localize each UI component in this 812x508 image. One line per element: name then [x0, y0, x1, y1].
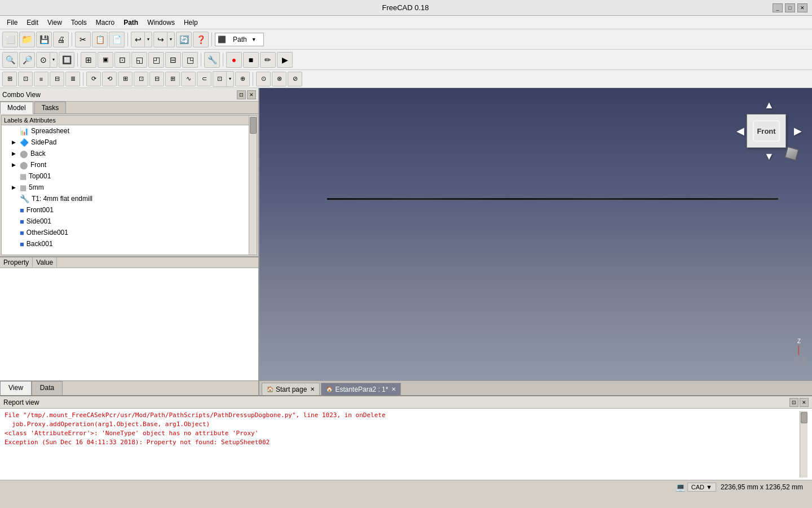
view-right-button[interactable]: ◱ — [131, 52, 147, 68]
tree-item-side001[interactable]: ■ Side001 — [2, 216, 249, 227]
tab-model[interactable]: Model — [0, 102, 33, 114]
path-tool5[interactable]: ≣ — [65, 72, 80, 86]
menu-help[interactable]: Help — [179, 17, 202, 28]
macro-record-button[interactable]: ● — [226, 52, 242, 68]
tree-item-back[interactable]: ▶ ⬤ Back — [2, 148, 249, 159]
tree-scrollbar[interactable] — [249, 116, 257, 255]
path-op-arrow[interactable]: ▾ — [227, 71, 233, 87]
menu-windows[interactable]: Windows — [143, 17, 179, 28]
tree-item-otherside001[interactable]: ■ OtherSide001 — [2, 227, 249, 238]
cut-button[interactable]: ✂ — [75, 32, 91, 47]
workbench-dropdown[interactable]: ⬛ Path ▼ — [215, 33, 264, 46]
viewport[interactable]: ▲ ◀ ▶ ▼ Front Z | Y X — [259, 88, 812, 380]
tree-item-top001[interactable]: ▦ Top001 — [2, 170, 249, 182]
copy-button[interactable]: 📋 — [92, 32, 108, 47]
open-button[interactable]: 📁 — [19, 32, 35, 47]
path-op8[interactable]: ⊂ — [197, 72, 211, 86]
help-button[interactable]: ❓ — [193, 32, 209, 47]
save-button[interactable]: 💾 — [36, 32, 52, 47]
path-mod3[interactable]: ⊘ — [288, 72, 302, 86]
path-op5[interactable]: ⊟ — [149, 72, 164, 86]
report-close-btn[interactable]: ✕ — [800, 398, 809, 407]
view-left-button[interactable]: ◳ — [182, 52, 198, 68]
doc-tab-startpage-close[interactable]: ✕ — [310, 386, 315, 392]
path-tool1[interactable]: ⊞ — [2, 72, 17, 86]
nav-cube-face[interactable]: Front — [747, 114, 786, 148]
redo-arrow[interactable]: ▾ — [167, 32, 174, 47]
tree-item-front001[interactable]: ■ Front001 — [2, 204, 249, 216]
tree-item-sidepad[interactable]: ▶ 🔷 SidePad — [2, 137, 249, 148]
macro-stop-button[interactable]: ■ — [243, 52, 259, 68]
combo-buttons[interactable]: ⊡ ✕ — [237, 90, 256, 99]
path-tool4[interactable]: ⊟ — [50, 72, 64, 86]
view-rear-button[interactable]: ◰ — [148, 52, 164, 68]
tab-data[interactable]: Data — [32, 381, 63, 395]
tree-item-t1[interactable]: 🔧 T1: 4mm flat endmill — [2, 193, 249, 204]
nav-up-arrow[interactable]: ▲ — [764, 99, 774, 111]
view-top-button[interactable]: ⊡ — [114, 52, 130, 68]
report-minimize-btn[interactable]: ⊡ — [789, 398, 798, 407]
close-button[interactable]: ✕ — [797, 3, 807, 12]
doc-tab-estante-close[interactable]: ✕ — [391, 386, 396, 392]
undo-arrow[interactable]: ▾ — [145, 32, 152, 47]
paste-button[interactable]: 📄 — [109, 32, 125, 47]
window-controls[interactable]: _ □ ✕ — [773, 3, 807, 12]
refresh-button[interactable]: 🔄 — [176, 32, 192, 47]
view-home-button[interactable]: ⊞ — [81, 52, 96, 68]
path-op9[interactable]: ⊕ — [235, 72, 250, 86]
draw-style-button[interactable]: ⊙ ▾ — [36, 52, 58, 68]
maximize-button[interactable]: □ — [785, 3, 795, 12]
panel-tabs[interactable]: Model Tasks — [0, 102, 258, 114]
menu-tools[interactable]: Tools — [67, 17, 91, 28]
menu-file[interactable]: File — [2, 17, 22, 28]
tree-item-front[interactable]: ▶ ⬤ Front — [2, 159, 249, 170]
macro-edit-button[interactable]: ✏ — [260, 52, 276, 68]
path-mod2[interactable]: ⊗ — [272, 72, 286, 86]
view-data-tabs[interactable]: View Data — [0, 380, 258, 395]
perspective-button[interactable]: 🔲 — [59, 52, 74, 68]
macro-run-button[interactable]: ▶ — [277, 52, 293, 68]
tree-view[interactable]: Labels & Attributes 📊 Spreadsheet ▶ 🔷 Si… — [1, 115, 257, 255]
cad-dropdown-button[interactable]: CAD ▼ — [687, 483, 716, 492]
path-tool3[interactable]: ≡ — [34, 72, 48, 86]
path-mod1[interactable]: ⊙ — [256, 72, 271, 86]
report-buttons[interactable]: ⊡ ✕ — [789, 398, 809, 407]
nav-left-arrow[interactable]: ◀ — [736, 125, 744, 137]
menu-path[interactable]: Path — [119, 17, 143, 28]
tab-view[interactable]: View — [0, 381, 32, 395]
path-op1[interactable]: ⟳ — [86, 72, 101, 86]
tab-tasks[interactable]: Tasks — [34, 102, 67, 113]
path-op-dropdown[interactable]: ⊡ ▾ — [213, 71, 234, 87]
redo-button[interactable]: ↪ ▾ — [153, 32, 175, 47]
path-op4[interactable]: ⊡ — [134, 72, 148, 86]
view-bottom-button[interactable]: ⊟ — [165, 52, 181, 68]
tree-item-5mm[interactable]: ▶ ▦ 5mm — [2, 182, 249, 193]
cad-section[interactable]: 💻 CAD ▼ — [676, 483, 716, 492]
stereo-button[interactable]: 🔧 — [204, 52, 220, 68]
path-op7[interactable]: ∿ — [181, 72, 196, 86]
undo-button[interactable]: ↩ ▾ — [131, 32, 152, 47]
menu-view[interactable]: View — [43, 17, 67, 28]
nav-right-arrow[interactable]: ▶ — [794, 125, 802, 137]
fit-all-button[interactable]: 🔍 — [2, 52, 18, 68]
nav-cube[interactable]: ▲ ◀ ▶ ▼ Front — [735, 97, 803, 165]
path-op6[interactable]: ⊞ — [165, 72, 180, 86]
nav-down-arrow[interactable]: ▼ — [764, 151, 774, 163]
view-front-button[interactable]: ▣ — [98, 52, 113, 68]
combo-minimize-btn[interactable]: ⊡ — [237, 90, 246, 99]
path-op3[interactable]: ⊞ — [118, 72, 133, 86]
new-button[interactable]: ⬜ — [2, 32, 18, 47]
doc-tab-startpage[interactable]: 🏠 Start page ✕ — [262, 383, 320, 395]
path-op2[interactable]: ⟲ — [102, 72, 117, 86]
doc-tab-estante[interactable]: 🏠 EstantePara2 : 1* ✕ — [321, 383, 401, 395]
menu-macro[interactable]: Macro — [91, 17, 119, 28]
report-scrollbar[interactable] — [800, 411, 807, 478]
combo-close-btn[interactable]: ✕ — [247, 90, 256, 99]
minimize-button[interactable]: _ — [773, 3, 783, 12]
menu-edit[interactable]: Edit — [22, 17, 43, 28]
tree-item-back001[interactable]: ■ Back001 — [2, 238, 249, 249]
print-button[interactable]: 🖨 — [53, 32, 69, 47]
draw-style-arrow[interactable]: ▾ — [50, 52, 57, 68]
fit-selection-button[interactable]: 🔎 — [19, 52, 35, 68]
path-tool2[interactable]: ⊡ — [18, 72, 33, 86]
